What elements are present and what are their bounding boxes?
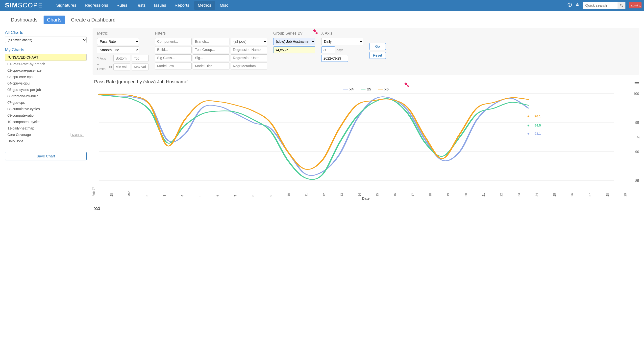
sub-navbar: DashboardsChartsCreate a Dashboard — [0, 11, 644, 28]
chart-container: Pass Rate [grouped by (slow) Job Hostnam… — [92, 79, 639, 212]
chart-item[interactable]: 06-frontend-by-build — [5, 93, 87, 99]
chart-item[interactable]: 10-component-cycles — [5, 119, 87, 125]
filter-regruser[interactable] — [231, 54, 267, 61]
x-tick: 6 — [216, 195, 220, 196]
x-tick: 23 — [517, 193, 521, 196]
days-label: days — [336, 48, 343, 52]
chart-item[interactable]: 03-cpu-core-cps — [5, 74, 87, 80]
search-button[interactable] — [618, 2, 626, 9]
y-unit-label: % — [637, 135, 640, 139]
x-tick: 22 — [500, 193, 503, 196]
all-charts-select[interactable]: (all saved charts) — [5, 37, 87, 43]
nav-issues[interactable]: Issues — [150, 1, 170, 10]
reset-button[interactable]: Reset — [369, 52, 386, 59]
filter-testgroup[interactable] — [193, 46, 230, 53]
metric-heading: Metric — [97, 31, 149, 36]
chart-item[interactable]: 11-daily-heatmap — [5, 125, 87, 132]
legend-item[interactable]: x4 — [343, 87, 354, 91]
filter-build[interactable] — [155, 46, 192, 53]
nav-metrics[interactable]: Metrics — [194, 1, 215, 10]
chart-menu-icon[interactable] — [634, 82, 639, 86]
chart-item[interactable]: 08-cumulative-cycles — [5, 106, 87, 112]
help-icon[interactable] — [568, 2, 572, 8]
x-tick: 4 — [181, 195, 184, 196]
filter-component[interactable] — [155, 38, 192, 45]
filter-jobs[interactable]: (all jobs) — [231, 38, 267, 45]
xaxis-select[interactable]: Daily — [321, 38, 363, 45]
y-tick: 90 — [635, 150, 639, 154]
chart-item[interactable]: *UNSAVED CHART — [5, 54, 87, 61]
user-badge[interactable]: admin — [629, 2, 642, 8]
search-input[interactable] — [583, 2, 618, 8]
days-input[interactable] — [321, 46, 335, 53]
filter-regrmeta[interactable] — [231, 62, 267, 69]
x-tick: 24 — [535, 193, 538, 196]
lock-icon[interactable] — [576, 3, 580, 8]
filter-modellow[interactable] — [155, 62, 192, 69]
tab-create-a-dashboard[interactable]: Create a Dashboard — [68, 15, 119, 24]
group-heading: Group Series By — [273, 31, 315, 36]
x-tick: 26 — [570, 193, 574, 196]
nav-tests[interactable]: Tests — [132, 1, 149, 10]
filter-modelhigh[interactable] — [193, 62, 230, 69]
metric-select[interactable]: Pass Rate — [97, 38, 139, 45]
x-tick: 7 — [234, 195, 237, 196]
x-tick: 19 — [446, 193, 450, 196]
filters-heading: Filters — [155, 31, 267, 36]
x-tick: 13 — [340, 193, 344, 196]
group-value-input[interactable] — [273, 46, 315, 53]
series-end-label: 93.1 — [534, 132, 541, 135]
tab-dashboards[interactable]: Dashboards — [8, 15, 41, 24]
x-tick: 16 — [393, 193, 397, 196]
yaxis-top-input[interactable] — [132, 55, 148, 62]
series-end-dot — [528, 125, 529, 127]
x-tick: 28 — [606, 193, 609, 196]
yaxis-label: Y Axis — [97, 57, 112, 60]
series-end-dot — [528, 115, 529, 117]
ylimits-min-input[interactable] — [113, 63, 130, 70]
chart-title: Pass Rate [grouped by (slow) Job Hostnam… — [94, 79, 639, 85]
filter-sig[interactable] — [193, 54, 230, 61]
tab-charts[interactable]: Charts — [44, 15, 65, 24]
chart-item[interactable]: 09-compute-ratio — [5, 112, 87, 119]
chart-item[interactable]: 04-cpu-vs-gpu — [5, 80, 87, 86]
filter-regrname[interactable] — [231, 46, 267, 53]
yaxis-bottom-input[interactable] — [113, 55, 130, 62]
nav-reports[interactable]: Reports — [171, 1, 193, 10]
x-tick: 21 — [482, 193, 485, 196]
chart-item[interactable]: 07-gpu-cps — [5, 99, 87, 106]
chart-item[interactable]: 05-gpu-cycles-per-job — [5, 86, 87, 93]
y-tick: 100 — [633, 92, 639, 96]
ylimits-max-input[interactable] — [132, 63, 148, 70]
x-tick: 27 — [588, 193, 592, 196]
quick-search[interactable] — [583, 2, 626, 9]
nav-regressions[interactable]: Regressions — [82, 1, 112, 10]
x-tick: 9 — [269, 195, 273, 196]
nav-items: SignaturesRegressionsRulesTestsIssuesRep… — [53, 1, 232, 10]
x-ticks: Feb-2728Mar23456789101112131415161718192… — [96, 182, 627, 195]
filter-sigclass[interactable] — [155, 54, 192, 61]
nav-signatures[interactable]: Signatures — [53, 1, 80, 10]
my-charts-title: My Charts — [5, 47, 87, 52]
brand-logo: SIMSCOPE — [5, 1, 43, 9]
series-end-label: 96.1 — [534, 114, 541, 118]
group-select[interactable]: (slow) Job Hostname — [273, 38, 315, 45]
chart-item[interactable]: Daily Jobs — [5, 138, 87, 144]
nav-misc[interactable]: Misc — [216, 1, 232, 10]
legend-item[interactable]: x6 — [378, 87, 388, 91]
chart-item[interactable]: Core CoverageLIMIT — [5, 132, 87, 138]
go-button[interactable]: Go — [369, 43, 386, 50]
filter-branch[interactable] — [193, 38, 230, 45]
save-chart-button[interactable]: Save Chart — [5, 152, 87, 160]
chart-item[interactable]: 02-cpu-core-pass-rate — [5, 67, 87, 74]
nav-rules[interactable]: Rules — [113, 1, 131, 10]
chart-plot: % 85909510093.194.596.1 — [92, 93, 639, 182]
plot-type-select[interactable]: Smooth Line — [97, 46, 139, 53]
chart-item[interactable]: 01-Pass-Rate-by-branch — [5, 61, 87, 67]
y-tick: 85 — [635, 179, 639, 183]
date-input[interactable] — [321, 55, 348, 62]
x-tick: 25 — [553, 193, 556, 196]
legend-item[interactable]: x5 — [360, 87, 371, 91]
x-tick: 28 — [110, 193, 113, 196]
svg-point-1 — [570, 5, 570, 6]
